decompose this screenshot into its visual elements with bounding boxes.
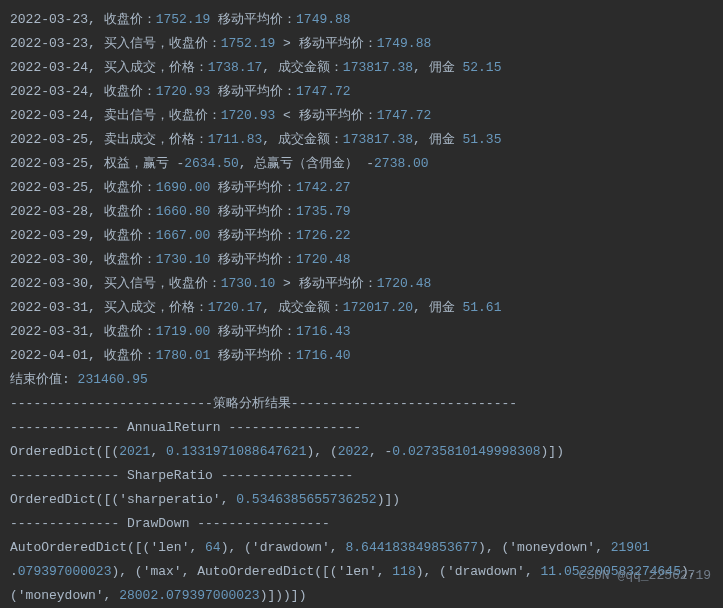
log-line: 2022-03-24, 买入成交，价格：1738.17, 成交金额：173817… — [10, 56, 713, 80]
log-line: -------------- DrawDown ----------------… — [10, 512, 713, 536]
log-line: --------------------------策略分析结果--------… — [10, 392, 713, 416]
log-line: 2022-03-30, 买入信号，收盘价：1730.10 > 移动平均价：172… — [10, 272, 713, 296]
log-line: 2022-03-23, 买入信号，收盘价：1752.19 > 移动平均价：174… — [10, 32, 713, 56]
console-output: 2022-03-23, 收盘价：1752.19 移动平均价：1749.88202… — [10, 8, 713, 608]
log-line: 2022-03-24, 收盘价：1720.93 移动平均价：1747.72 — [10, 80, 713, 104]
log-line: -------------- SharpeRatio -------------… — [10, 464, 713, 488]
log-line: 2022-03-23, 收盘价：1752.19 移动平均价：1749.88 — [10, 8, 713, 32]
watermark-text: CSDN @qq_22562719 — [578, 564, 711, 588]
log-line: 2022-03-30, 收盘价：1730.10 移动平均价：1720.48 — [10, 248, 713, 272]
log-line: OrderedDict([('sharperatio', 0.534638565… — [10, 488, 713, 512]
log-line: -------------- AnnualReturn ------------… — [10, 416, 713, 440]
log-line: 结束价值: 231460.95 — [10, 368, 713, 392]
log-line: 2022-03-25, 收盘价：1690.00 移动平均价：1742.27 — [10, 176, 713, 200]
log-line: 2022-03-25, 权益，赢亏 -2634.50, 总赢亏（含佣金） -27… — [10, 152, 713, 176]
log-line: AutoOrderedDict([('len', 64), ('drawdown… — [10, 536, 713, 560]
log-line: 2022-03-31, 收盘价：1719.00 移动平均价：1716.43 — [10, 320, 713, 344]
log-line: 2022-03-25, 卖出成交，价格：1711.83, 成交金额：173817… — [10, 128, 713, 152]
log-line: 2022-03-31, 买入成交，价格：1720.17, 成交金额：172017… — [10, 296, 713, 320]
log-line: OrderedDict([(2021, 0.1331971088647621),… — [10, 440, 713, 464]
log-line: 2022-03-28, 收盘价：1660.80 移动平均价：1735.79 — [10, 200, 713, 224]
log-line: 2022-03-29, 收盘价：1667.00 移动平均价：1726.22 — [10, 224, 713, 248]
log-line: 2022-04-01, 收盘价：1780.01 移动平均价：1716.40 — [10, 344, 713, 368]
log-line: 2022-03-24, 卖出信号，收盘价：1720.93 < 移动平均价：174… — [10, 104, 713, 128]
